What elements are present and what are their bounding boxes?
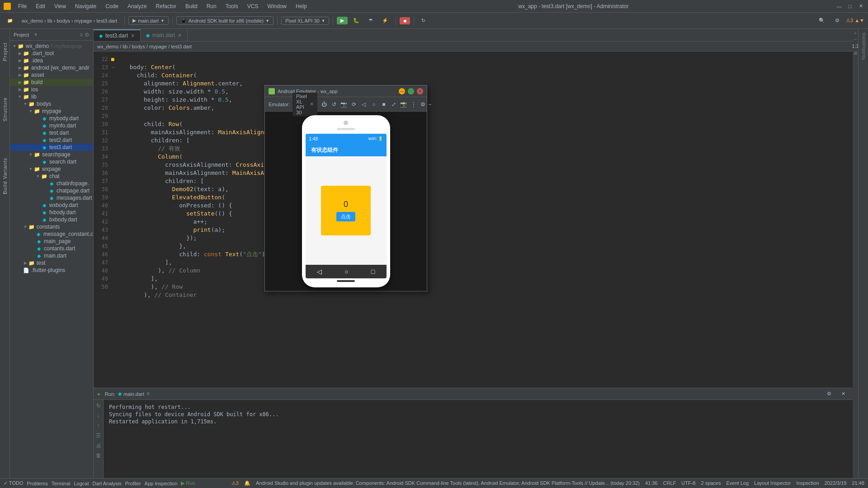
menu-build[interactable]: Build [181,1,202,11]
search-everywhere-button[interactable]: 🔍 [815,16,829,25]
phone-screen[interactable]: 1:48 WiFi 🔋 有状态组件 0 点击 [306,134,387,278]
tab-test3-close[interactable]: ✕ [131,33,135,39]
tree-item-searchpage[interactable]: ▼ 📁 searchpage [10,151,93,158]
phone-back-btn[interactable]: ◁ [317,268,322,275]
tree-item-test-folder[interactable]: ▶ 📁 test [10,259,93,267]
status-warning[interactable]: ⚠3 [231,480,239,486]
tree-item-test2[interactable]: ◆ test2.dart [10,136,93,144]
run-button[interactable]: ▶ [337,17,348,24]
tree-item-dart-tool[interactable]: ▶ 📁 .dart_tool [10,50,93,57]
settings-button[interactable]: ⚙ [831,16,843,25]
print-icon[interactable]: 🖨 [94,441,103,450]
menu-run[interactable]: Run [202,1,221,11]
more-options-icon[interactable]: ⋮ [410,100,418,108]
tree-item-android[interactable]: ▶ 📁 android [wx_demo_andr [10,64,93,71]
tree-item-messages[interactable]: ◆ messages.dart [10,194,93,202]
stop-emulator-icon[interactable]: ■ [380,100,388,108]
run-close-panel-icon[interactable]: ✕ [838,389,849,398]
phone-recent-btn[interactable]: □ [371,268,375,275]
menu-help[interactable]: Help [291,1,311,11]
phone-navbar[interactable]: ◁ ○ □ [306,265,387,278]
status-todo[interactable]: ✓ TODO [4,480,23,486]
status-logcat[interactable]: Logcat [74,481,89,486]
variants-panel-tab[interactable]: Build Variants [2,158,8,194]
menu-analyze[interactable]: Analyze [123,1,151,11]
run-settings-icon[interactable]: ⚙ [823,389,835,398]
tree-item-contants[interactable]: ◆ contants.dart [10,245,93,252]
tree-item-wxpage[interactable]: ▼ 📁 wxpage [10,165,93,173]
tab-main-close[interactable]: ✕ [178,33,182,38]
tree-item-chat[interactable]: ▼ 📁 chat [10,173,93,180]
structure-panel-tab[interactable]: Structure [2,97,8,122]
stop-button[interactable]: ■ [400,17,410,24]
status-position[interactable]: 41:36 [645,480,658,486]
zoom-in-icon[interactable]: + [853,31,858,35]
run-tab-close[interactable]: ✕ [146,391,150,397]
menu-view[interactable]: View [50,1,71,11]
screenshot-icon[interactable]: 📸 [400,100,408,108]
minimize-button[interactable]: — [835,3,843,10]
menu-navigate[interactable]: Navigate [71,1,101,11]
right-scrollbar[interactable]: + − 1:1 ⊞ [853,29,858,478]
filter-icon[interactable]: ☰ [94,432,103,440]
status-app-inspection[interactable]: App Inspection [145,481,178,486]
code-content[interactable]: body: Center( child: Container( alignmen… [117,52,853,388]
restart-icon[interactable]: ↻ [94,402,103,410]
debug-button[interactable]: 🐛 [349,16,363,25]
menu-edit[interactable]: Edit [31,1,50,11]
status-charset[interactable]: UTF-8 [681,480,695,486]
zoom-out-icon[interactable]: − [853,37,858,42]
tree-item-message-constant[interactable]: ◆ message_constant.c [10,230,93,238]
collapse-all-icon[interactable]: ≡ [80,32,83,38]
close-button[interactable]: ✕ [857,3,864,10]
menu-refactor[interactable]: Refactor [151,1,181,11]
toolbar-project-btn[interactable]: 📁 [4,17,16,24]
emulator-close-btn[interactable]: ✕ [417,88,423,94]
tab-main[interactable]: ◆ main.dart ✕ [141,29,188,41]
counter-button[interactable]: 点击 [336,212,355,221]
status-dart-analysis[interactable]: Dart Analysis [93,481,122,486]
status-problems[interactable]: Problems [27,481,47,486]
tree-item-fxbody[interactable]: ◆ fxbody.dart [10,209,93,216]
coverage-button[interactable]: ☂ [365,16,377,25]
status-event-log[interactable]: Event Log [726,480,749,486]
emulator-tab-close[interactable]: ✕ [310,101,314,107]
maximize-button[interactable]: □ [846,3,854,10]
back-icon[interactable]: ◁ [360,100,368,108]
emulator-maximize-btn[interactable]: □ [408,88,414,94]
tree-item-myinfo[interactable]: ◆ myinfo.dart [10,122,93,129]
settings-icon[interactable]: ⚙ [85,32,90,38]
project-panel-tab[interactable]: Project [2,42,8,61]
clear-icon[interactable]: 🗑 [94,451,103,460]
power-icon[interactable]: ⏻ [320,100,328,108]
menu-tools[interactable]: Tools [221,1,243,11]
tree-item-lib[interactable]: ▼ 📁 lib [10,93,93,100]
emulator-minimize-btn[interactable]: — [399,88,405,94]
status-layout-inspector[interactable]: Layout Inspector [754,480,791,486]
tree-item-constants[interactable]: ▼ 📁 constants [10,223,93,230]
tree-item-chatinfopage[interactable]: ◆ chatinfopage. [10,180,93,187]
run-main-label[interactable]: ◆ main.dart ✕ [118,391,150,397]
emulator-tab[interactable]: Pixel XL API 30 ✕ [292,93,317,116]
scroll-up-icon[interactable]: ↑ [94,422,103,430]
tree-item-main-dart[interactable]: ◆ main.dart [10,252,93,259]
tree-item-bxbody[interactable]: ◆ bxbody.dart [10,216,93,223]
tree-item-build[interactable]: ▶ 📁 build [10,79,93,86]
snapshot-icon[interactable]: 📷 [340,100,348,108]
run-config-selector[interactable]: ▶ main.dart ▼ [128,16,169,25]
menu-window[interactable]: Window [263,1,291,11]
home-icon[interactable]: ○ [370,100,378,108]
project-dropdown-icon[interactable]: ▼ [33,32,38,37]
code-editor[interactable]: 22232425 26272829 30313233 34353637 3839… [94,52,853,388]
status-notification-icon[interactable]: 🔔 [244,480,250,486]
menu-code[interactable]: Code [101,1,123,11]
menu-file[interactable]: File [14,1,31,11]
phone-home-btn[interactable]: ○ [344,268,348,275]
tree-item-ios[interactable]: ▶ 📁 ios [10,86,93,93]
scroll-down-icon[interactable]: ↓ [94,412,103,420]
sync-button[interactable]: ↻ [418,16,429,25]
tree-item-bodys[interactable]: ▼ 📁 bodys [10,100,93,108]
phone-content[interactable]: 0 点击 [306,156,387,265]
run-tab-label[interactable]: Run: [105,391,115,397]
status-encoding[interactable]: CRLF [663,480,676,486]
